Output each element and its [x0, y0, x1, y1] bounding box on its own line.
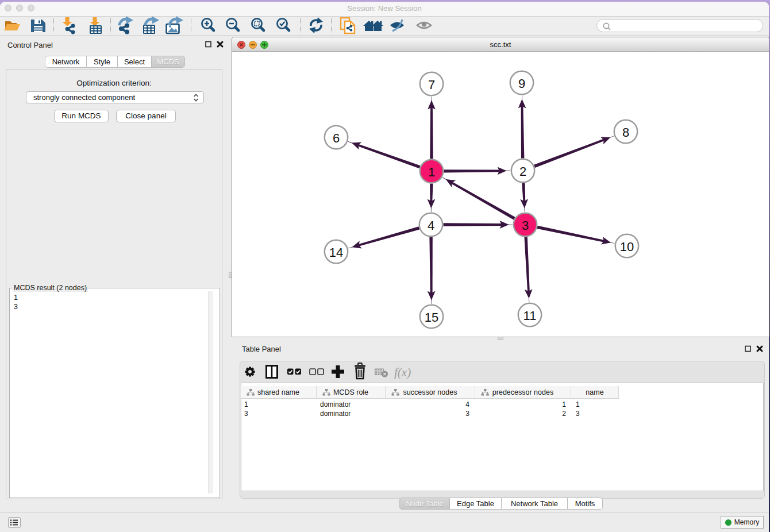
svg-text:11: 11: [523, 309, 537, 323]
svg-text:7: 7: [428, 78, 435, 92]
svg-text:2: 2: [519, 164, 526, 179]
svg-text:10: 10: [620, 240, 634, 254]
svg-text:15: 15: [425, 310, 438, 325]
svg-text:6: 6: [333, 131, 340, 145]
svg-text:14: 14: [329, 245, 343, 260]
svg-text:8: 8: [622, 125, 629, 140]
svg-text:4: 4: [428, 218, 434, 233]
svg-text:9: 9: [518, 76, 525, 91]
svg-text:f(x): f(x): [394, 365, 411, 379]
svg-text:1: 1: [428, 165, 435, 179]
svg-text:3: 3: [522, 218, 529, 233]
